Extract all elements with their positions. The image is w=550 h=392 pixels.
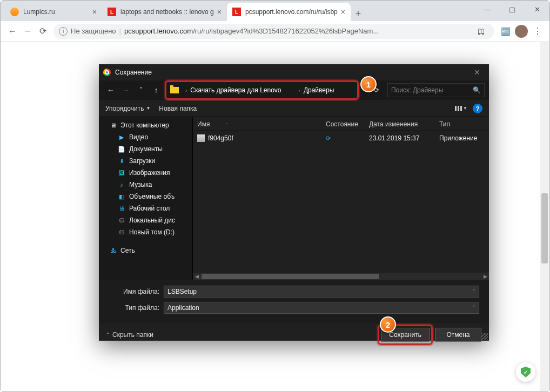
sidebar-pictures[interactable]: 🖼Изображения [99,167,192,179]
dialog-body: 🖥Этот компьютер ▶Видео 📄Документы ⬇Загру… [99,117,489,280]
nav-reload-button[interactable]: ⟳ [35,24,50,39]
cube-icon: ◧ [117,193,126,200]
pc-icon: 🖥 [109,121,117,129]
sort-indicator-icon: ˄ [226,123,228,127]
music-icon: ♪ [117,181,126,188]
sidebar-local-disk[interactable]: ⛁Локальный дис [99,214,192,226]
page-scrollbar[interactable] [540,42,549,391]
dialog-title: Сохранение [115,69,152,76]
callout-1: 1 [360,76,377,92]
file-list: Имя˄ Состояние Дата изменения Тип f904g5… [193,117,489,280]
organize-menu[interactable]: Упорядочить▼ [105,105,150,112]
sidebar-videos[interactable]: ▶Видео [99,131,192,143]
sidebar-new-volume[interactable]: ⛁Новый том (D:) [99,226,192,238]
search-placeholder: Поиск: Драйверы [391,86,443,94]
dialog-up-button[interactable]: ↑ [149,86,164,94]
sidebar-desktop[interactable]: 🖥Рабочий стол [99,202,192,214]
dialog-back-button[interactable]: ← [103,86,118,94]
favicon-lenovo-icon: L [108,8,116,16]
col-type[interactable]: Тип [435,120,489,128]
insecure-label: Не защищено [71,27,116,35]
address-bar: ← → ⟳ i Не защищено | pcsupport.lenovo.c… [1,21,549,42]
tab-pcsupport[interactable]: L pcsupport.lenovo.com/ru/ru/lsbp × [227,3,351,21]
window-close-button[interactable]: ✕ [525,1,549,18]
chevron-down-icon: ▼ [146,106,150,111]
chevron-down-icon[interactable]: ˅ [473,305,475,310]
window-minimize-button[interactable]: — [475,1,500,18]
save-dialog: Сохранение ✕ ← → ˅ ↑ › Скачать драйвера … [99,64,489,341]
tab-close-icon[interactable]: × [341,8,345,16]
translate-icon[interactable]: 🔤 [498,24,513,39]
adblock-badge[interactable] [516,362,535,382]
sync-icon: ⟳ [326,135,331,141]
filetype-label: Тип файла: [109,304,159,312]
dialog-close-button[interactable]: ✕ [465,64,489,80]
dialog-search-input[interactable]: Поиск: Драйверы 🔍 [387,83,485,97]
tab-title: laptops and netbooks :: lenovo g [120,8,214,16]
chevron-up-icon: ˄ [106,332,109,338]
nav-back-button[interactable]: ← [5,24,20,39]
folder-icon [170,87,179,93]
video-icon: ▶ [117,133,126,141]
horizontal-scrollbar[interactable]: ◀ ▶ [193,273,489,280]
sidebar-documents[interactable]: 📄Документы [99,143,192,155]
browser-menu-button[interactable]: ⋮ [530,24,545,39]
browser-window: — ▢ ✕ Lumpics.ru × L laptops and netbook… [0,0,550,392]
sidebar-downloads[interactable]: ⬇Загрузки [99,155,192,167]
dialog-forward-button[interactable]: → [118,86,133,94]
tab-lenovo-laptops[interactable]: L laptops and netbooks :: lenovo g × [102,3,227,21]
chrome-icon [103,69,111,76]
help-icon[interactable]: ? [473,104,482,113]
favicon-lumpics-icon [10,8,19,16]
tab-lumpics[interactable]: Lumpics.ru × [5,3,102,21]
breadcrumb-bar[interactable]: › Скачать драйвера для Lenovo › Драйверы [167,83,357,98]
new-tab-button[interactable]: + [351,6,366,21]
scrollbar-thumb[interactable] [541,193,548,263]
network-icon: 🖧 [109,247,117,254]
col-date[interactable]: Дата изменения [365,120,435,128]
scroll-thumb[interactable] [202,274,379,279]
file-date: 23.01.2019 15:37 [365,134,435,142]
file-type: Приложение [435,134,489,142]
col-name[interactable]: Имя˄ [193,120,321,128]
disk-icon: ⛁ [117,228,126,236]
new-folder-button[interactable]: Новая папка [159,105,197,112]
tab-title: pcsupport.lenovo.com/ru/ru/lsbp [245,8,338,16]
dialog-titlebar: Сохранение ✕ [99,64,489,80]
filetype-select[interactable]: Application˅ [164,302,479,314]
file-name: f904g50f [208,134,233,142]
disk-icon: ⛁ [117,217,126,224]
sidebar-music[interactable]: ♪Музыка [99,179,192,191]
col-state[interactable]: Состояние [321,120,365,128]
window-maximize-button[interactable]: ▢ [500,1,525,18]
dialog-up-button[interactable]: ˅ [133,86,149,94]
filename-label: Имя файла: [109,288,159,295]
address-field[interactable]: i Не защищено | pcsupport.lenovo.com/ru/… [53,24,494,39]
scroll-right-icon[interactable]: ▶ [481,274,489,279]
callout-2: 2 [380,316,396,333]
file-row[interactable]: f904g50f ⟳ 23.01.2019 15:37 Приложение [193,132,489,144]
resize-grip[interactable] [481,333,488,340]
filename-input[interactable]: LSBSetup˅ [164,286,479,298]
document-icon: 📄 [117,145,126,153]
chevron-down-icon[interactable]: ˅ [473,289,475,294]
cancel-button[interactable]: Отмена [435,328,481,342]
favicon-lenovo-icon: L [232,8,241,16]
scroll-left-icon[interactable]: ◀ [193,274,200,279]
view-options-button[interactable]: ▼ [455,106,467,111]
sidebar-network[interactable]: 🖧Сеть [99,245,192,256]
translate-original-icon[interactable]: 🕮 [474,24,489,39]
dialog-sidebar: 🖥Этот компьютер ▶Видео 📄Документы ⬇Загру… [99,117,193,280]
site-info-icon[interactable]: i [59,27,68,36]
tab-close-icon[interactable]: × [217,8,222,16]
nav-forward-button[interactable]: → [20,24,35,39]
hide-folders-toggle[interactable]: ˄ Скрыть папки [106,331,153,339]
dialog-nav-row: ← → ˅ ↑ › Скачать драйвера для Lenovo › … [99,80,489,100]
dialog-fields: Имя файла: LSBSetup˅ Тип файла: Applicat… [99,280,489,323]
picture-icon: 🖼 [117,169,126,177]
tab-close-icon[interactable]: × [92,8,97,16]
dialog-footer: ˄ Скрыть папки Сохранить Отмена [99,323,489,349]
sidebar-3d-objects[interactable]: ◧Объемные объ [99,191,192,202]
sidebar-this-pc[interactable]: 🖥Этот компьютер [99,119,192,131]
profile-avatar[interactable] [515,25,528,38]
